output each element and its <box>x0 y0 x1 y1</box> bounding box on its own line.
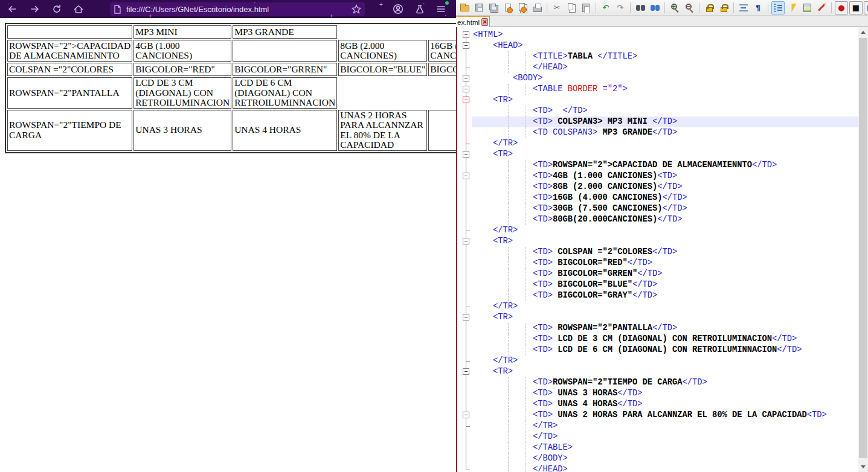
fold-toggle-box[interactable] <box>463 75 469 81</box>
code-token-t: 80GB(20.000CANCIONES) <box>553 215 657 224</box>
code-line[interactable]: <TD> BIGCOLOR="GRAY"</TD> <box>533 290 657 301</box>
code-line[interactable]: <TD>8GB (2.000 CANCIONES)</TD> <box>533 182 683 193</box>
code-line[interactable]: </HEAD> <box>533 464 568 472</box>
print-icon[interactable] <box>530 1 544 14</box>
word-wrap-icon[interactable] <box>737 1 750 14</box>
fold-toggle-box[interactable] <box>463 368 469 375</box>
close-document-icon[interactable] <box>501 1 515 14</box>
cut-icon[interactable]: ✂ <box>550 1 564 14</box>
fold-toggle-box[interactable] <box>463 238 469 244</box>
document-edit-icon[interactable] <box>815 1 828 14</box>
code-line[interactable]: <TR> <box>493 312 513 323</box>
redo-icon[interactable]: ↷ <box>614 1 627 14</box>
code-line[interactable]: </TR> <box>533 421 558 432</box>
play-macro-icon[interactable]: ▶ <box>864 1 868 14</box>
close-all-documents-icon[interactable] <box>516 1 529 14</box>
code-line[interactable]: <TD> UNAS 3 HORAS</TD> <box>533 388 643 399</box>
back-button[interactable] <box>5 2 19 16</box>
copy-icon[interactable] <box>565 1 578 14</box>
fold-toggle-box[interactable] <box>463 86 469 92</box>
undo-icon[interactable]: ↶ <box>599 1 612 14</box>
fold-toggle-box[interactable] <box>463 97 469 103</box>
save-icon[interactable] <box>472 1 486 14</box>
indent-guide <box>508 160 509 171</box>
fold-toggle-box[interactable] <box>463 31 469 38</box>
code-line[interactable]: </TR> <box>493 356 518 366</box>
code-line[interactable]: <HTML> <box>473 30 503 40</box>
code-line[interactable]: <TD>ROWSPAN="2"TIEMPO DE CARGA</TD> <box>533 377 707 388</box>
save-all-icon[interactable] <box>487 1 500 14</box>
code-line[interactable]: <TD> LCD DE 6 CM (DIAGONAL) CON RETROILU… <box>533 345 802 356</box>
replace-icon[interactable] <box>648 1 661 14</box>
scroll-down-arrow[interactable] <box>858 462 868 472</box>
code-line[interactable]: <TR> <box>493 149 513 160</box>
code-line[interactable]: </TR> <box>493 225 518 236</box>
fold-toggle-box[interactable] <box>463 314 469 321</box>
indent-guide <box>508 290 509 301</box>
forward-button[interactable] <box>28 2 42 16</box>
function-completion-icon[interactable] <box>786 1 799 14</box>
code-line[interactable]: <TD> BIGCOLOR="RED"</TD> <box>533 258 652 269</box>
code-line[interactable]: <TD>80GB(20.000CANCIONES)</TD> <box>533 214 683 225</box>
code-line[interactable]: <TD> COLSPAN ="2"COLORES</TD> <box>533 247 677 258</box>
code-line[interactable]: <TD> BIGCOLOR="BLUE"</TD> <box>533 279 657 290</box>
code-token-g: <TD> <box>533 269 553 278</box>
code-line[interactable]: <TD>ROWSPAN="2">CAPACIDAD DE ALMACENAMIE… <box>533 160 777 171</box>
reload-button[interactable] <box>50 2 64 16</box>
scroll-up-arrow[interactable] <box>858 27 868 37</box>
record-macro-icon[interactable]: ● <box>835 1 848 14</box>
code-line[interactable]: </TR> <box>493 138 518 149</box>
sync-horizontal-scroll-icon[interactable] <box>717 1 730 14</box>
code-line[interactable]: <TD>4GB (1.000 CANCIONES)<TD> <box>533 171 677 182</box>
code-line[interactable]: <TD> BIGCOLOR="GRREN"</TD> <box>533 269 663 279</box>
code-line[interactable]: <TD> ROWSPAN="2"PANTALLA</TD> <box>533 323 677 334</box>
code-line[interactable]: <TD> UNAS 4 HORAS</TD> <box>533 399 643 410</box>
paste-icon[interactable] <box>579 1 593 14</box>
code-line[interactable]: <TR> <box>493 236 513 247</box>
zoom-out-icon[interactable]: − <box>683 1 696 14</box>
code-line[interactable]: <TR> <box>493 95 513 106</box>
code-line[interactable]: <TD>30GB (7.500 CANCIONES)</TD> <box>533 203 687 214</box>
code-line[interactable]: </TD> <box>533 432 558 442</box>
code-line[interactable]: <TD> LCD DE 3 CM (DIAGONAL) CON RETROILU… <box>533 334 797 345</box>
code-line[interactable]: <BODY> <box>513 73 543 84</box>
code-line[interactable]: <TITLE>TABLA </TITLE> <box>533 51 637 62</box>
scrollbar-thumb[interactable] <box>859 38 867 458</box>
show-all-characters-icon[interactable]: ¶ <box>751 1 765 14</box>
url-text[interactable]: file:///C:/Users/GNet/Escritorio/index.h… <box>126 5 349 14</box>
address-bar[interactable]: file:///C:/Users/GNet/Escritorio/index.h… <box>110 2 365 16</box>
open-file-icon[interactable] <box>458 1 471 14</box>
fold-toggle-box[interactable] <box>463 412 469 418</box>
flask-button[interactable] <box>413 2 427 16</box>
find-icon[interactable] <box>634 1 647 14</box>
stop-macro-icon[interactable]: ■ <box>849 1 863 14</box>
code-line[interactable]: </TABLE> <box>533 442 573 453</box>
code-line[interactable]: <HEAD> <box>493 40 523 51</box>
zoom-in-icon[interactable]: + <box>668 1 681 14</box>
document-map-icon[interactable] <box>800 1 814 14</box>
fold-toggle-box[interactable] <box>463 151 469 158</box>
code-line[interactable]: <TD> </TD> <box>533 106 588 116</box>
code-token-g: <TD> <box>533 193 553 202</box>
code-line[interactable]: <TD COLSPAN3> MP3 GRANDE</TD> <box>533 127 677 138</box>
home-button[interactable] <box>71 2 86 16</box>
bookmark-star-icon[interactable] <box>352 4 361 14</box>
account-button[interactable] <box>391 2 405 16</box>
code-line[interactable]: </TR> <box>493 301 518 312</box>
tab-index-html[interactable]: ex.html × <box>456 16 490 27</box>
code-line[interactable]: <TR> <box>493 366 513 377</box>
fold-toggle-box[interactable] <box>463 173 469 179</box>
code-line[interactable]: <TABLE BORDER ="2"> <box>533 84 628 95</box>
sync-vertical-scroll-icon[interactable] <box>702 1 716 14</box>
editor-vertical-scrollbar[interactable] <box>858 27 868 472</box>
tab-close-icon[interactable]: × <box>481 18 488 26</box>
code-line[interactable]: </BODY> <box>533 453 568 464</box>
fold-toggle-box[interactable] <box>463 42 469 49</box>
code-line[interactable]: </HEAD> <box>533 62 568 73</box>
code-line[interactable]: <TD>16GB (4.000 CANCIONES)</TD> <box>533 193 687 203</box>
code-line[interactable]: <TD> COLSPAN3> MP3 MINI </TD> <box>533 116 677 127</box>
code-editor-area[interactable]: <HTML><HEAD><TITLE>TABLA </TITLE></HEAD>… <box>456 27 868 472</box>
code-line[interactable]: <TD> UNAS 2 HORAS PARA ALCANNZAR EL 80% … <box>533 410 827 421</box>
indent-guide <box>525 334 526 345</box>
indent-guide-icon[interactable] <box>771 1 785 14</box>
